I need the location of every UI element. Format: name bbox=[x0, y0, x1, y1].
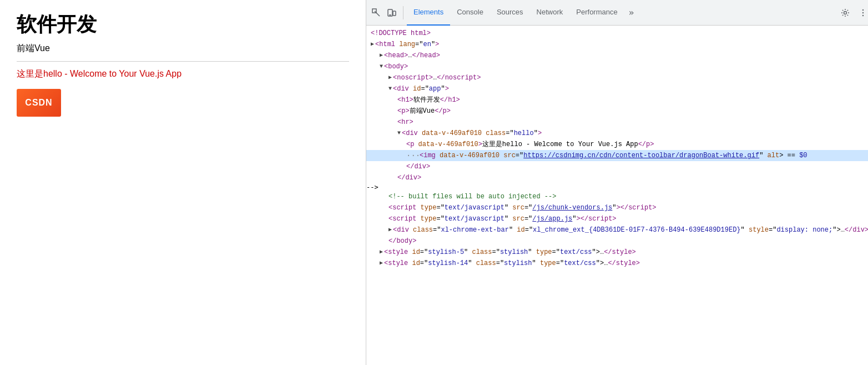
hr-line[interactable]: <hr> bbox=[366, 117, 868, 128]
hello-link[interactable]: 这里是hello - Welcome to Your Vue.js App bbox=[17, 68, 349, 80]
svg-line-1 bbox=[375, 11, 380, 16]
div-hello-close-line[interactable]: </div> bbox=[366, 161, 868, 172]
svg-point-7 bbox=[862, 12, 864, 13]
img-line[interactable]: ··· <img data-v-469af010 src="https://cs… bbox=[366, 150, 868, 161]
divider bbox=[17, 61, 349, 62]
div-app-close-line[interactable]: </div> bbox=[366, 172, 868, 183]
script-app-src[interactable]: /js/app.js bbox=[532, 214, 572, 224]
chrome-ext-triangle[interactable] bbox=[388, 225, 392, 235]
devtools-panel: Elements Console Sources Network Perform… bbox=[366, 0, 868, 365]
script-vendors-src[interactable]: /js/chunk-vendors.js bbox=[532, 203, 612, 213]
toolbar-right-icons bbox=[837, 5, 868, 21]
dots-icon[interactable]: ··· bbox=[406, 151, 417, 161]
tab-performance[interactable]: Performance bbox=[569, 0, 624, 26]
device-toolbar-icon[interactable] bbox=[384, 5, 400, 21]
html-triangle[interactable] bbox=[371, 39, 374, 49]
style-stylish14-line[interactable]: <style id="stylish-14" class="stylish" t… bbox=[366, 258, 868, 269]
svg-rect-3 bbox=[393, 11, 396, 16]
svg-point-8 bbox=[862, 14, 864, 16]
devtools-toolbar: Elements Console Sources Network Perform… bbox=[366, 0, 868, 26]
div-hello-open-line[interactable]: <div data-v-469af010 class="hello" > bbox=[366, 128, 868, 139]
noscript-line[interactable]: <noscript> … </noscript> bbox=[366, 72, 868, 83]
head-triangle[interactable] bbox=[380, 51, 383, 61]
style-stylish5-line[interactable]: <style id="stylish-5" class="stylish" ty… bbox=[366, 247, 868, 258]
head-collapsed-line[interactable]: <head> … </head> bbox=[366, 50, 868, 61]
page-heading: 软件开发 bbox=[17, 11, 349, 38]
webpage-preview: 软件开发 前端Vue 这里是hello - Welcome to Your Vu… bbox=[0, 0, 366, 365]
style-14-triangle[interactable] bbox=[380, 258, 383, 268]
page-subtitle: 前端Vue bbox=[17, 43, 349, 54]
div-chrome-ext-line[interactable]: <div class="xl-chrome-ext-bar" id="xl_ch… bbox=[366, 224, 868, 236]
svg-point-5 bbox=[844, 11, 847, 14]
div-app-open-line[interactable]: <div id="app" > bbox=[366, 83, 868, 94]
style-5-triangle[interactable] bbox=[380, 247, 383, 257]
p-frontend-line[interactable]: <p> 前端Vue </p> bbox=[366, 106, 868, 117]
div-app-triangle[interactable] bbox=[388, 84, 392, 94]
img-src-link[interactable]: https://csdnimg.cn/cdn/content-toolbar/d… bbox=[523, 151, 759, 161]
elements-panel: <!DOCTYPE html> <html lang="en" > <head>… bbox=[366, 26, 868, 365]
comment-built-line[interactable]: <!-- built files will be auto injected -… bbox=[366, 191, 868, 202]
p-hello-line[interactable]: <p data-v-469af010 > 这里是hello - Welcome … bbox=[366, 139, 868, 150]
body-triangle[interactable] bbox=[380, 62, 383, 72]
customize-devtools-icon[interactable] bbox=[855, 5, 868, 21]
svg-point-6 bbox=[862, 9, 864, 10]
noscript-triangle[interactable] bbox=[388, 73, 392, 83]
devtools-tabs: Elements Console Sources Network Perform… bbox=[407, 0, 837, 26]
script-app-line[interactable]: <script type="text/javascript" src="/js/… bbox=[366, 213, 868, 224]
script-vendors-line[interactable]: <script type="text/javascript" src="/js/… bbox=[366, 202, 868, 213]
more-tabs-button[interactable]: » bbox=[624, 0, 639, 26]
body-open-line[interactable]: <body> bbox=[366, 61, 868, 72]
inspect-element-icon[interactable] bbox=[369, 5, 384, 21]
settings-icon[interactable] bbox=[837, 5, 853, 21]
tab-elements[interactable]: Elements bbox=[407, 0, 450, 26]
tab-sources[interactable]: Sources bbox=[490, 0, 530, 26]
h1-line[interactable]: <h1> 软件开发 </h1> bbox=[366, 94, 868, 106]
div-hello-triangle[interactable] bbox=[397, 128, 401, 138]
csdn-logo-image bbox=[17, 89, 61, 117]
tab-network[interactable]: Network bbox=[530, 0, 570, 26]
tab-console[interactable]: Console bbox=[450, 0, 490, 26]
body-close-line[interactable]: </body> bbox=[366, 236, 868, 247]
toolbar-separator-1 bbox=[403, 6, 403, 19]
doctype-line[interactable]: <!DOCTYPE html> bbox=[366, 28, 868, 39]
html-open-line[interactable]: <html lang="en" > bbox=[366, 39, 868, 50]
